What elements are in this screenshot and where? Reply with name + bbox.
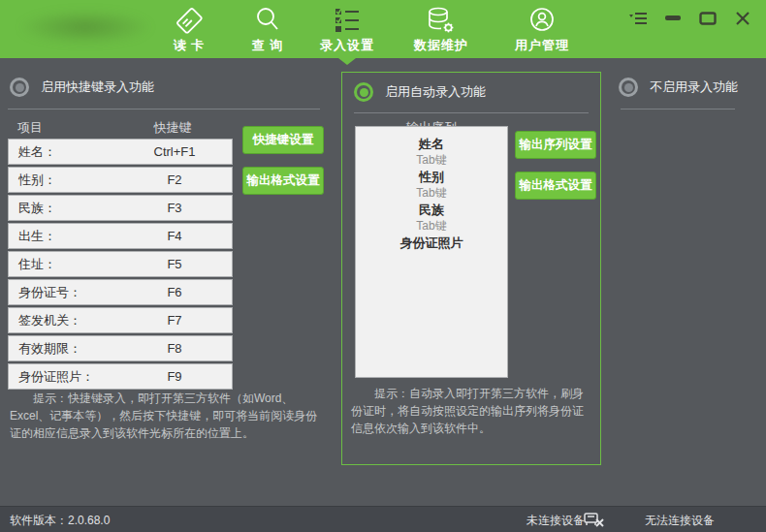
table-row[interactable]: 身份证号： F6 (8, 279, 233, 305)
table-row[interactable]: 民族： F3 (8, 195, 233, 221)
row-label: 有效期限： (9, 340, 117, 358)
close-icon[interactable] (733, 10, 752, 27)
header-bar: 读 卡 查 询 (0, 0, 766, 58)
main-nav: 读 卡 查 询 (150, 5, 589, 55)
hotkey-mode-label: 启用快捷键录入功能 (41, 78, 154, 96)
auto-mode-label: 启用自动录入功能 (385, 83, 486, 101)
tab-label: 录入设置 (320, 37, 374, 54)
row-hotkey: F8 (117, 341, 232, 356)
table-row[interactable]: 住址： F5 (8, 251, 233, 277)
hotkey-mode-option[interactable]: 启用快捷键录入功能 (10, 78, 328, 97)
tab-label: 用户管理 (515, 37, 569, 54)
minimize-icon[interactable] (663, 10, 683, 27)
hotkey-panel-buttons: 快捷键设置 输出格式设置 (242, 126, 326, 207)
app-logo (17, 10, 153, 45)
auto-entry-panel: 启用自动录入功能 输出序列 姓名 Tab键 性别 Tab键 民族 Tab键 身份… (341, 72, 601, 465)
column-header-item: 项目 (17, 119, 43, 137)
sequence-item: 民族 (356, 202, 507, 218)
row-hotkey: Ctrl+F1 (117, 144, 232, 159)
hotkey-mode-radio[interactable] (10, 78, 29, 97)
tab-query[interactable]: 查 询 (228, 5, 307, 55)
row-label: 身份证照片： (9, 368, 117, 386)
software-version-text: 软件版本：2.0.68.0 (10, 513, 110, 529)
row-hotkey: F5 (117, 257, 232, 271)
device-status-text: 未连接设备 (527, 513, 585, 529)
row-label: 签发机关： (9, 312, 117, 329)
output-format-settings-button[interactable]: 输出格式设置 (242, 167, 324, 195)
table-row[interactable]: 性别： F2 (8, 167, 233, 193)
hotkey-hint-text: 提示：快捷键录入，即打开第三方软件（如Word、Excel、记事本等），然后按下… (10, 390, 326, 442)
tab-label: 数据维护 (414, 37, 468, 54)
device-disconnected-icon (583, 511, 604, 528)
auto-panel-buttons: 输出序列设置 输出格式设置 (515, 131, 598, 212)
row-label: 出生： (9, 228, 117, 245)
hotkey-settings-button[interactable]: 快捷键设置 (242, 126, 324, 154)
column-header-hotkey: 快捷键 (124, 119, 221, 137)
row-hotkey: F6 (117, 285, 232, 299)
none-mode-radio[interactable] (619, 78, 638, 97)
auto-mode-option[interactable]: 启用自动录入功能 (354, 82, 600, 102)
no-entry-panel: 不启用录入功能 (619, 78, 759, 110)
row-hotkey: F2 (117, 172, 232, 187)
maximize-icon[interactable] (698, 10, 718, 27)
sequence-key-item: Tab键 (356, 218, 507, 235)
user-icon (527, 5, 558, 36)
divider (621, 109, 735, 110)
sequence-item: 性别 (356, 169, 507, 185)
none-mode-option[interactable]: 不启用录入功能 (619, 78, 759, 97)
row-hotkey: F7 (117, 313, 232, 328)
row-label: 民族： (9, 200, 117, 217)
row-hotkey: F9 (117, 369, 232, 384)
active-tab-indicator (338, 58, 356, 65)
tab-read-card[interactable]: 读 卡 (150, 5, 228, 55)
table-row[interactable]: 姓名： Ctrl+F1 (8, 139, 233, 165)
sequence-key-item: Tab键 (356, 152, 507, 169)
auto-hint-text: 提示：自动录入即打开第三方软件，刷身份证时，将自动按照设定的输出序列将身份证信息… (351, 385, 591, 437)
tab-user-management[interactable]: 用户管理 (495, 5, 589, 55)
divider (8, 109, 320, 110)
tab-entry-settings[interactable]: 录入设置 (307, 5, 387, 55)
menu-icon[interactable] (628, 10, 648, 27)
none-mode-label: 不启用录入功能 (650, 78, 738, 96)
hotkey-table: 姓名： Ctrl+F1 性别： F2 民族： F3 出生： F4 住址： F5 … (8, 139, 233, 390)
table-row[interactable]: 有效期限： F8 (8, 335, 233, 361)
row-label: 性别： (9, 172, 117, 189)
tab-data-maintenance[interactable]: 数据维护 (387, 5, 495, 55)
tab-label: 查 询 (252, 37, 284, 54)
connection-status-text: 无法连接设备 (645, 513, 715, 529)
output-format-settings-button[interactable]: 输出格式设置 (515, 172, 596, 200)
row-label: 姓名： (9, 143, 117, 161)
divider (354, 112, 589, 113)
row-hotkey: F4 (117, 229, 232, 243)
database-gear-icon (425, 5, 458, 36)
hotkey-entry-panel: 启用快捷键录入功能 项目 快捷键 姓名： Ctrl+F1 性别： F2 民族： … (8, 68, 328, 504)
search-icon (252, 5, 283, 36)
entry-settings-icon (332, 5, 363, 36)
sequence-key-item: Tab键 (356, 185, 507, 202)
card-reader-icon (174, 5, 205, 36)
table-row[interactable]: 签发机关： F7 (8, 307, 233, 333)
auto-mode-radio[interactable] (354, 82, 373, 102)
row-label: 住址： (9, 256, 117, 273)
window-controls (628, 10, 752, 27)
row-label: 身份证号： (9, 284, 117, 301)
output-sequence-settings-button[interactable]: 输出序列设置 (515, 131, 596, 159)
row-hotkey: F3 (117, 201, 232, 215)
tab-label: 读 卡 (174, 37, 206, 54)
sequence-item: 身份证照片 (356, 235, 507, 251)
app-window: 读 卡 查 询 (0, 0, 766, 532)
sequence-item: 姓名 (356, 136, 507, 152)
status-bar: 软件版本：2.0.68.0 未连接设备 无法连接设备 (0, 506, 766, 532)
output-sequence-list[interactable]: 姓名 Tab键 性别 Tab键 民族 Tab键 身份证照片 (355, 126, 508, 378)
table-row[interactable]: 身份证照片： F9 (8, 363, 233, 390)
table-row[interactable]: 出生： F4 (8, 223, 233, 249)
